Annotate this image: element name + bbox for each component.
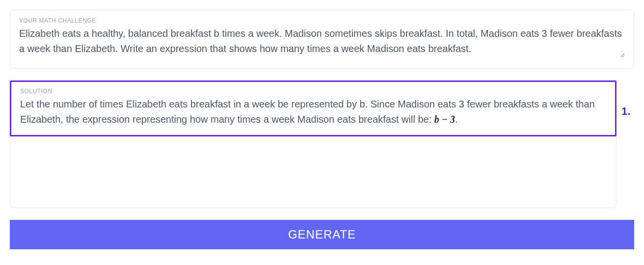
annotation-number: 1. bbox=[621, 105, 634, 118]
solution-wrapper: SOLUTION Let the number of times Elizabe… bbox=[10, 80, 634, 208]
solution-text-part2: . bbox=[455, 114, 458, 125]
solution-card: SOLUTION Let the number of times Elizabe… bbox=[10, 80, 617, 208]
solution-text-part1: Let the number of times Elizabeth eats b… bbox=[20, 99, 595, 125]
challenge-textarea[interactable] bbox=[19, 26, 625, 57]
solution-text: Let the number of times Elizabeth eats b… bbox=[20, 97, 606, 127]
solution-highlight-box: SOLUTION Let the number of times Elizabe… bbox=[10, 80, 617, 136]
challenge-card: YOUR MATH CHALLENGE bbox=[10, 10, 634, 69]
challenge-label: YOUR MATH CHALLENGE bbox=[19, 17, 625, 24]
solution-label: SOLUTION bbox=[20, 88, 606, 95]
generate-button[interactable]: GENERATE bbox=[10, 220, 634, 249]
math-expression: b − 3 bbox=[434, 114, 455, 125]
main-container: YOUR MATH CHALLENGE SOLUTION Let the num… bbox=[10, 10, 634, 249]
